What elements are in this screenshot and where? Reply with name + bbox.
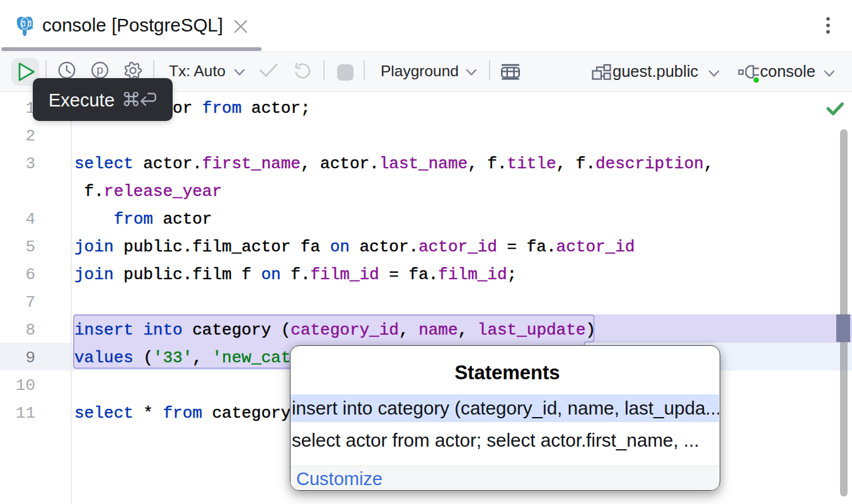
svg-text:p: p <box>96 63 103 76</box>
